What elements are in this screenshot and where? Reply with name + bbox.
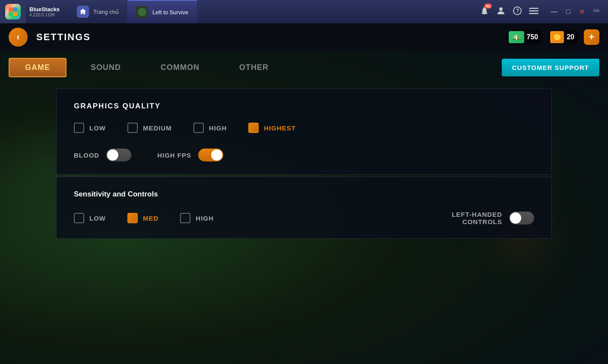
menu-icon[interactable] bbox=[529, 6, 538, 18]
svg-rect-1 bbox=[9, 7, 13, 12]
sensitivity-med-label: MED bbox=[143, 215, 158, 222]
close-button[interactable]: ✕ bbox=[577, 6, 586, 18]
quality-medium-checkbox[interactable] bbox=[127, 123, 138, 133]
quality-medium-option[interactable]: MEDIUM bbox=[127, 123, 172, 133]
svg-point-6 bbox=[138, 8, 146, 16]
graphics-section-title: GRAPHICS QUALITY bbox=[74, 102, 534, 111]
notification-button[interactable]: 62 bbox=[480, 6, 489, 17]
home-tab-label: Trang chủ bbox=[93, 9, 119, 15]
bs-icon bbox=[5, 4, 21, 19]
quality-highest-label: HIGHEST bbox=[264, 124, 296, 132]
restore-button[interactable]: □ bbox=[564, 6, 572, 18]
home-icon bbox=[77, 6, 89, 18]
quality-high-option[interactable]: HIGH bbox=[193, 123, 227, 133]
graphics-quality-section: GRAPHICS QUALITY LOW MEDIUM HIGH HIGHE bbox=[56, 89, 552, 175]
sensitivity-section: Sensitivity and Controls LOW MED HIGH bbox=[56, 177, 552, 239]
nav-tabs: GAME SOUND COMMON OTHER CUSTOMER SUPPORT bbox=[0, 51, 608, 84]
high-fps-toggle[interactable] bbox=[198, 149, 223, 161]
svg-rect-3 bbox=[9, 12, 13, 16]
bs-version: 4.220.0.1109 bbox=[29, 13, 60, 17]
back-button[interactable]: ‹ bbox=[9, 28, 28, 47]
sensitivity-low-option[interactable]: LOW bbox=[74, 213, 106, 223]
tab-common[interactable]: COMMON bbox=[145, 59, 215, 76]
svg-point-7 bbox=[499, 7, 503, 11]
tab-other[interactable]: OTHER bbox=[224, 59, 284, 76]
quality-options-row: LOW MEDIUM HIGH HIGHEST bbox=[74, 123, 534, 133]
sensitivity-low-checkbox[interactable] bbox=[74, 213, 84, 223]
help-icon[interactable]: ? bbox=[513, 6, 522, 18]
svg-text:?: ? bbox=[516, 8, 519, 14]
add-currency-button[interactable]: + bbox=[584, 29, 599, 45]
left-handed-toggle[interactable] bbox=[509, 212, 534, 225]
cash-value: 750 bbox=[527, 33, 538, 41]
quality-low-checkbox[interactable] bbox=[74, 123, 84, 133]
quality-low-option[interactable]: LOW bbox=[74, 123, 106, 133]
settings-header: ‹ SETTINGS 💵 750 🟡 20 + bbox=[0, 23, 608, 51]
home-tab[interactable]: Trang chủ bbox=[68, 0, 127, 23]
quality-high-checkbox[interactable] bbox=[193, 123, 204, 133]
left-handed-toggle-item: LEFT-HANDED CONTROLS bbox=[452, 211, 534, 225]
account-icon[interactable] bbox=[496, 6, 506, 18]
titlebar: BlueStacks 4.220.0.1109 Trang chủ Left t… bbox=[0, 0, 608, 23]
sensitivity-section-title: Sensitivity and Controls bbox=[74, 190, 534, 199]
svg-rect-2 bbox=[13, 7, 17, 12]
settings-title: SETTINGS bbox=[36, 32, 497, 43]
game-icon bbox=[136, 6, 148, 18]
sensitivity-high-option[interactable]: HIGH bbox=[180, 213, 214, 223]
currency-area: 💵 750 🟡 20 + bbox=[506, 29, 600, 45]
game-tab-label: Left to Survive bbox=[152, 9, 188, 16]
bs-name: BlueStacks bbox=[29, 6, 60, 13]
left-handed-toggle-knob bbox=[510, 212, 521, 224]
bs-info: BlueStacks 4.220.0.1109 bbox=[26, 6, 68, 17]
blood-toggle-knob bbox=[107, 149, 118, 161]
high-fps-toggle-knob bbox=[211, 149, 222, 161]
gold-icon: 🟡 bbox=[550, 31, 564, 43]
game-area: ‹ SETTINGS 💵 750 🟡 20 + GAME SOUND COMMO… bbox=[0, 23, 608, 364]
svg-rect-12 bbox=[529, 13, 538, 14]
quality-highest-option[interactable]: HIGHEST bbox=[248, 123, 296, 133]
left-handed-label: LEFT-HANDED bbox=[452, 211, 502, 218]
customer-support-button[interactable]: CUSTOMER SUPPORT bbox=[502, 59, 599, 76]
cash-icon: 💵 bbox=[509, 31, 524, 43]
sensitivity-high-checkbox[interactable] bbox=[180, 213, 190, 223]
high-fps-label: HIGH FPS bbox=[157, 152, 191, 159]
cash-display: 💵 750 bbox=[506, 29, 544, 45]
quality-low-label: LOW bbox=[89, 124, 106, 132]
tab-sound[interactable]: SOUND bbox=[75, 59, 136, 76]
controls-label: CONTROLS bbox=[452, 218, 502, 225]
sensitivity-med-option[interactable]: MED bbox=[127, 213, 158, 223]
graphics-toggles-row: BLOOD HIGH FPS bbox=[74, 149, 534, 161]
game-tab[interactable]: Left to Survive bbox=[127, 0, 197, 23]
bluestacks-logo bbox=[0, 0, 26, 23]
settings-content: GRAPHICS QUALITY LOW MEDIUM HIGH HIGHE bbox=[0, 84, 608, 243]
blood-toggle-item: BLOOD bbox=[74, 149, 131, 161]
titlebar-controls: 62 ? — □ ✕ >> bbox=[480, 6, 608, 18]
blood-label: BLOOD bbox=[74, 152, 99, 159]
svg-rect-4 bbox=[13, 12, 17, 16]
sensitivity-high-label: HIGH bbox=[196, 215, 214, 222]
quality-medium-label: MEDIUM bbox=[143, 124, 172, 132]
high-fps-toggle-item: HIGH FPS bbox=[157, 149, 223, 161]
blood-toggle[interactable] bbox=[106, 149, 131, 161]
minimize-button[interactable]: — bbox=[549, 6, 559, 18]
tab-game[interactable]: GAME bbox=[9, 58, 66, 77]
gold-value: 20 bbox=[567, 33, 574, 41]
svg-rect-10 bbox=[529, 8, 538, 9]
sensitivity-low-label: LOW bbox=[89, 215, 106, 222]
sensitivity-med-checkbox[interactable] bbox=[127, 213, 138, 223]
notif-badge: 62 bbox=[484, 3, 492, 9]
svg-rect-11 bbox=[529, 10, 538, 12]
quality-high-label: HIGH bbox=[209, 124, 227, 132]
gold-display: 🟡 20 bbox=[548, 29, 580, 45]
expand-button[interactable]: >> bbox=[592, 6, 601, 18]
sensitivity-options-row: LOW MED HIGH bbox=[74, 213, 214, 223]
quality-highest-checkbox[interactable] bbox=[248, 123, 259, 133]
window-controls: — □ ✕ >> bbox=[545, 6, 601, 18]
